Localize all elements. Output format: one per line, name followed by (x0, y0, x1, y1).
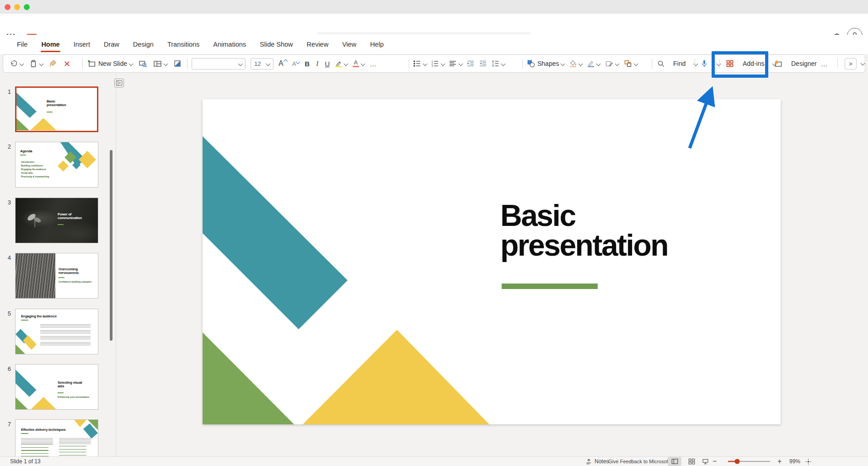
menu-design[interactable]: Design (126, 35, 161, 54)
fit-to-window-button[interactable] (805, 457, 812, 466)
bold-button[interactable]: B (305, 60, 310, 68)
shapes-button[interactable]: Shapes (527, 59, 564, 68)
align-button[interactable] (449, 59, 462, 68)
menu-home[interactable]: Home (34, 35, 66, 54)
thumbnail-slide-7[interactable]: Effective delivery techniques (15, 419, 98, 456)
chevron-down-icon[interactable] (39, 61, 44, 66)
shrink-font-button[interactable]: A (292, 60, 300, 67)
underline-button[interactable]: U (325, 60, 330, 68)
increase-indent-icon[interactable] (479, 59, 487, 68)
yellow-triangle-shape[interactable] (303, 330, 489, 424)
ribbon-next-page-button[interactable]: > (845, 58, 857, 70)
shapes-icon (527, 59, 535, 68)
reset-slide-icon[interactable] (173, 59, 182, 68)
collapse-ribbon-icon[interactable] (861, 61, 865, 66)
menu-insert[interactable]: Insert (67, 35, 97, 54)
slide-title-textbox[interactable]: Basic presentation (500, 201, 668, 261)
title-underline-bar[interactable] (502, 284, 598, 289)
chevron-down-icon[interactable] (634, 61, 638, 66)
thumbnail-slide-2[interactable]: Agenda Introduction Building confidence … (15, 142, 98, 187)
menu-draw[interactable]: Draw (97, 35, 126, 54)
line-spacing-button[interactable] (491, 59, 505, 68)
chevron-down-icon[interactable] (561, 61, 565, 66)
designer-button[interactable]: Designer (773, 55, 817, 72)
chevron-down-icon[interactable] (129, 61, 134, 66)
menu-view[interactable]: View (335, 35, 363, 54)
zoom-out-button[interactable]: − (713, 457, 717, 466)
shape-effects-button[interactable] (605, 59, 619, 68)
new-slide-button[interactable]: New Slide (87, 59, 133, 68)
delete-slide-icon[interactable] (63, 60, 71, 68)
chevron-down-icon[interactable] (615, 61, 620, 66)
thumbnail-scrollbar[interactable] (110, 150, 113, 341)
chevron-down-icon[interactable] (20, 61, 24, 66)
thumbnail-slide-5[interactable]: Engaging the audience (15, 309, 98, 354)
menu-transitions[interactable]: Transitions (161, 35, 206, 54)
chevron-down-icon[interactable] (441, 61, 445, 66)
minimize-window-button[interactable] (14, 4, 20, 10)
chevron-down-icon[interactable] (596, 61, 601, 66)
chevron-down-icon[interactable] (579, 61, 583, 66)
chevron-down-icon[interactable] (423, 61, 428, 66)
shape-outline-button[interactable] (587, 60, 600, 68)
line-spacing-icon (491, 59, 499, 68)
thumbnail-slide-1[interactable]: Basic presentation (15, 86, 98, 132)
zoom-window-button[interactable] (24, 4, 30, 10)
chevron-down-icon[interactable] (344, 61, 348, 66)
undo-button[interactable] (10, 59, 23, 68)
powerpoint-web-app: P Presentation Search (Alt + Q) ⚙ File H… (0, 0, 868, 466)
layout-button[interactable] (153, 59, 167, 68)
ribbon-overflow-button[interactable]: … (821, 55, 829, 72)
slideshow-view-button[interactable] (698, 457, 712, 466)
arrange-button[interactable] (624, 59, 638, 68)
zoom-slider-knob[interactable] (734, 459, 739, 464)
thumbnail-slide-6[interactable]: Selecting visual aids Enhancing your pre… (15, 364, 98, 410)
chevron-down-icon[interactable] (501, 61, 506, 66)
collapse-thumbnails-button[interactable] (114, 79, 124, 87)
paste-button[interactable] (29, 59, 43, 68)
grid-view-button[interactable] (685, 457, 698, 466)
zoom-level[interactable]: 99% (789, 457, 800, 466)
thumbnail-slide-3[interactable]: Power of communication (15, 198, 98, 243)
slide-counter: Slide 1 of 13 (10, 457, 41, 466)
chevron-down-icon[interactable] (361, 61, 365, 66)
font-size-combo[interactable]: 12 (251, 58, 273, 70)
find-button[interactable]: Find (657, 55, 697, 72)
close-window-button[interactable] (5, 4, 11, 10)
ribbon-divider (695, 59, 695, 69)
thumbnail-rule (21, 320, 28, 321)
font-color-button[interactable]: A (353, 60, 364, 67)
menu-file[interactable]: File (10, 35, 34, 54)
green-triangle-shape[interactable] (203, 332, 294, 424)
numbering-button[interactable]: 123 (431, 59, 445, 68)
grow-font-button[interactable]: A (279, 59, 287, 68)
outline-color-swatch (588, 66, 594, 68)
chevron-down-icon[interactable] (164, 61, 168, 66)
menu-animations[interactable]: Animations (206, 35, 253, 54)
zoom-in-button[interactable]: + (777, 457, 782, 466)
shape-fill-button[interactable] (569, 60, 582, 68)
zoom-slider-track[interactable] (727, 458, 771, 465)
decrease-indent-icon[interactable] (466, 59, 475, 68)
zoom-slider[interactable] (727, 457, 771, 466)
feedback-link[interactable]: Give Feedback to Microsoft (608, 457, 670, 466)
font-name-combo[interactable] (192, 58, 246, 70)
notes-toggle[interactable]: Notes (585, 457, 609, 466)
menu-help[interactable]: Help (363, 35, 391, 54)
thumbnail-rule (58, 392, 64, 393)
format-painter-icon[interactable] (49, 59, 57, 68)
chevron-down-icon[interactable] (459, 61, 463, 66)
menu-slide-show[interactable]: Slide Show (253, 35, 300, 54)
thumbnail-rule (59, 277, 64, 278)
thumbnail-slide-4[interactable]: Overcoming nervousness Confidence-buildi… (15, 253, 98, 299)
normal-view-button[interactable] (668, 457, 681, 466)
menu-review[interactable]: Review (300, 35, 336, 54)
more-font-options-button[interactable]: … (370, 60, 377, 68)
slide-finder-icon[interactable] (139, 59, 147, 68)
italic-button[interactable]: I (315, 60, 320, 68)
highlight-color-button[interactable] (335, 60, 348, 68)
teal-ribbon-shape[interactable] (203, 136, 348, 329)
body-text-lines (21, 438, 53, 445)
caret-down-icon (296, 59, 300, 64)
bullets-button[interactable] (413, 59, 427, 68)
